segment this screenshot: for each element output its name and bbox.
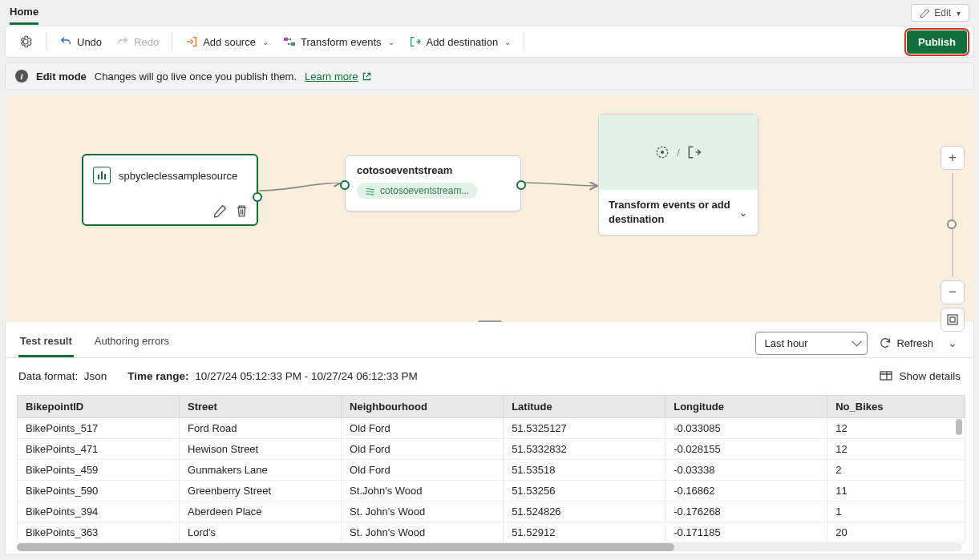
table-row[interactable]: BikePoints_459Gunmakers LaneOld Ford51.5… xyxy=(18,460,965,481)
vertical-scrollbar[interactable] xyxy=(956,419,962,435)
add-destination-icon xyxy=(409,35,422,48)
table-cell: 11 xyxy=(827,481,965,502)
table-cell: St. John's Wood xyxy=(342,502,504,522)
undo-icon xyxy=(59,35,72,48)
zoom-thumb[interactable] xyxy=(947,220,957,229)
exit-icon xyxy=(686,144,702,160)
table-cell: 51.53256 xyxy=(504,481,665,502)
source-name: spbycleclessamplesource xyxy=(119,170,237,182)
table-row[interactable]: BikePoints_471Hewison StreetOld Ford51.5… xyxy=(18,439,965,460)
source-node[interactable]: spbycleclessamplesource xyxy=(82,154,258,226)
transform-icon xyxy=(283,35,296,48)
edit-label: Edit xyxy=(934,7,951,18)
table-cell: Lord's xyxy=(180,522,342,543)
table-row[interactable]: BikePoints_517Ford RoadOld Ford51.532512… xyxy=(18,418,965,439)
table-cell: BikePoints_459 xyxy=(18,460,180,481)
col-header[interactable]: Longitude xyxy=(665,396,827,418)
show-details-button[interactable]: Show details xyxy=(880,369,961,382)
table-cell: -0.028155 xyxy=(665,439,827,460)
table-cell: Old Ford xyxy=(342,418,504,439)
settings-button[interactable] xyxy=(12,30,39,53)
table-cell: 51.5325127 xyxy=(504,418,665,439)
gear-icon xyxy=(18,34,33,49)
transform-label: Transform events xyxy=(301,36,382,48)
col-header[interactable]: Neighbourhood xyxy=(342,396,504,418)
output-port[interactable] xyxy=(516,180,526,190)
transform-icon xyxy=(654,144,670,160)
chevron-down-icon: ⌄ xyxy=(388,38,394,46)
table-row[interactable]: BikePoints_590Greenberry StreetSt.John's… xyxy=(18,481,965,502)
flow-canvas[interactable]: spbycleclessamplesource cotosoeventstrea… xyxy=(5,95,974,322)
table-cell: 12 xyxy=(827,439,965,460)
time-range: Time range: 10/27/24 05:12:33 PM - 10/27… xyxy=(127,370,418,382)
table-row[interactable]: BikePoints_363Lord'sSt. John's Wood51.52… xyxy=(18,522,965,543)
redo-label: Redo xyxy=(134,36,159,48)
external-link-icon xyxy=(362,71,372,82)
zoom-in-button[interactable]: + xyxy=(941,146,965,170)
edit-mode-dropdown[interactable]: Edit ▾ xyxy=(911,4,969,22)
table-cell: BikePoints_517 xyxy=(18,418,180,439)
panel-resize-handle[interactable] xyxy=(478,320,502,322)
stream-chip-label: cotosoeventstream... xyxy=(380,185,469,196)
table-cell: 20 xyxy=(827,522,965,543)
fit-to-screen-button[interactable] xyxy=(941,308,965,332)
chevron-down-icon[interactable]: ⌄ xyxy=(738,206,748,219)
table-cell: -0.03338 xyxy=(665,460,827,481)
info-mode: Edit mode xyxy=(36,71,87,83)
zoom-slider[interactable] xyxy=(952,173,953,277)
col-header[interactable]: Latitude xyxy=(504,396,665,418)
tab-authoring-errors[interactable]: Authoring errors xyxy=(93,328,171,357)
chevron-down-icon: ⌄ xyxy=(504,38,511,46)
edit-node-icon[interactable] xyxy=(213,204,227,218)
col-header[interactable]: BikepointID xyxy=(18,396,180,418)
source-icon xyxy=(93,167,111,184)
tab-home[interactable]: Home xyxy=(10,1,38,25)
output-port[interactable] xyxy=(253,192,262,202)
col-header[interactable]: No_Bikes xyxy=(827,396,965,418)
svg-rect-6 xyxy=(880,372,892,380)
collapse-panel-button[interactable]: ⌄ xyxy=(945,333,961,353)
stream-node[interactable]: cotosoeventstream cotosoeventstream... xyxy=(345,155,521,212)
details-icon xyxy=(880,369,892,382)
add-source-icon xyxy=(185,35,198,48)
learn-more-label: Learn more xyxy=(305,71,358,83)
undo-button[interactable]: Undo xyxy=(53,31,108,52)
publish-button[interactable]: Publish xyxy=(907,30,967,54)
scrollbar-thumb[interactable] xyxy=(17,543,674,551)
redo-icon xyxy=(116,35,129,48)
table-cell: Greenberry Street xyxy=(180,481,342,502)
add-source-label: Add source xyxy=(203,36,256,48)
input-port[interactable] xyxy=(340,180,350,190)
table-cell: Ford Road xyxy=(180,418,342,439)
refresh-icon xyxy=(879,336,892,349)
col-header[interactable]: Street xyxy=(180,396,342,418)
chevron-down-icon: ⌄ xyxy=(262,38,269,46)
table-cell: Aberdeen Place xyxy=(180,502,342,522)
time-range-select[interactable]: Last hour xyxy=(755,332,868,355)
table-cell: Hewison Street xyxy=(180,439,342,460)
zoom-out-button[interactable]: − xyxy=(941,280,965,304)
table-cell: Old Ford xyxy=(342,439,504,460)
transform-events-button[interactable]: Transform events ⌄ xyxy=(277,31,401,52)
show-details-label: Show details xyxy=(899,370,961,382)
stream-chip: cotosoeventstream... xyxy=(357,183,477,199)
tab-test-result[interactable]: Test result xyxy=(18,328,74,357)
learn-more-link[interactable]: Learn more xyxy=(305,71,371,83)
table-cell: St.John's Wood xyxy=(342,481,504,502)
refresh-button[interactable]: Refresh xyxy=(879,336,933,349)
table-row[interactable]: BikePoints_394Aberdeen PlaceSt. John's W… xyxy=(18,502,965,522)
dest-text: Transform events or add destination xyxy=(609,198,737,227)
delete-node-icon[interactable] xyxy=(235,204,249,218)
table-cell: BikePoints_363 xyxy=(18,522,180,543)
table-cell: St. John's Wood xyxy=(342,522,504,543)
redo-button: Redo xyxy=(110,31,165,52)
horizontal-scrollbar[interactable] xyxy=(17,543,962,551)
add-destination-button[interactable]: Add destination ⌄ xyxy=(403,31,518,52)
stream-title: cotosoeventstream xyxy=(357,164,509,176)
destination-node[interactable]: / Transform events or add destination ⌄ xyxy=(598,114,759,236)
data-format: Data format: Json xyxy=(18,370,107,382)
table-cell: 51.524826 xyxy=(504,502,665,522)
add-source-button[interactable]: Add source ⌄ xyxy=(179,31,275,52)
table-cell: 12 xyxy=(827,418,965,439)
table-cell: 1 xyxy=(827,502,965,522)
